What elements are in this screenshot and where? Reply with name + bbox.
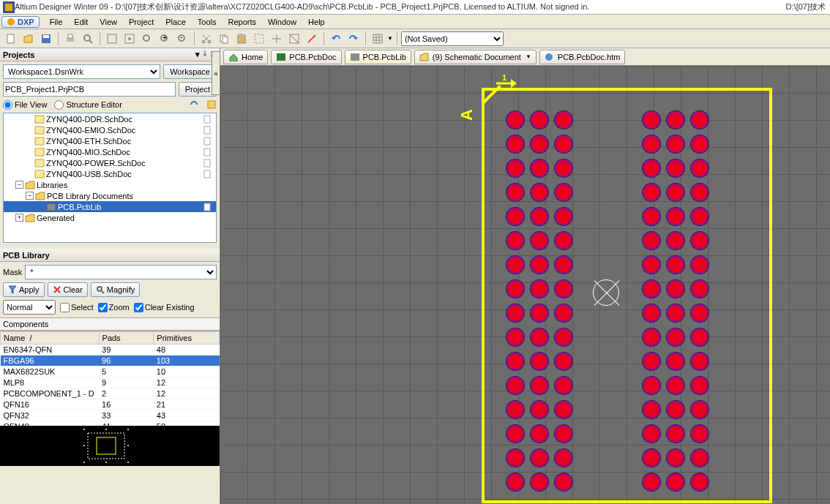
pad[interactable] [506,377,524,394]
pad[interactable] [555,184,572,201]
pad[interactable] [506,135,524,153]
pad[interactable] [506,353,524,370]
pad[interactable] [555,425,572,443]
pad[interactable] [691,232,709,249]
pad[interactable] [531,304,548,322]
pad[interactable] [667,159,684,177]
pad[interactable] [691,473,709,491]
save-button[interactable] [38,31,54,47]
pad[interactable] [691,256,709,274]
pad[interactable] [667,449,684,467]
pad[interactable] [691,184,709,201]
pad[interactable] [555,111,572,129]
pad[interactable] [667,377,684,394]
settings-icon[interactable] [206,99,217,110]
grid-button[interactable] [370,31,386,47]
pad[interactable] [531,184,548,201]
table-row[interactable]: PCBCOMPONENT_1 - D212 [1,388,220,399]
pad[interactable] [667,328,684,346]
save-profile-dropdown[interactable]: (Not Saved) [401,31,504,46]
pad[interactable] [643,304,660,322]
pad[interactable] [555,473,572,491]
menu-window[interactable]: Window [262,16,302,28]
pad[interactable] [643,353,660,370]
zoom-checkbox[interactable]: Zoom [98,303,130,312]
refresh-icon[interactable] [189,99,199,110]
pad[interactable] [667,184,684,201]
pad[interactable] [691,401,709,418]
menu-project[interactable]: Project [123,16,160,28]
table-row[interactable]: MAX6822SUK510 [1,366,220,377]
pad[interactable] [555,304,572,322]
pad[interactable] [555,328,572,346]
pad[interactable] [691,111,709,129]
file-view-radio[interactable]: File View [3,100,47,110]
pad[interactable] [506,449,524,467]
zoom-out-button[interactable]: - [174,31,190,47]
pad[interactable] [555,159,572,177]
pad[interactable] [555,135,572,153]
tree-item[interactable]: ZYNQ400-EMIO.SchDoc [4,124,216,135]
pad[interactable] [643,449,660,467]
zoom-area-button[interactable] [104,31,120,47]
tree-item[interactable]: ZYNQ400-MIO.SchDoc [4,146,216,157]
pcb-canvas[interactable]: 1 A [220,66,830,504]
pad[interactable] [667,111,684,129]
tree-item[interactable]: ZYNQ400-USB.SchDoc [4,168,216,179]
tab-schematic-group[interactable]: (9) Schematic Document▼ [414,50,536,64]
pad[interactable] [667,353,684,370]
pad[interactable] [531,473,548,491]
zoom-in-button[interactable]: + [157,31,173,47]
pad[interactable] [531,425,548,443]
pad[interactable] [531,280,548,298]
pad[interactable] [531,328,548,346]
expand-icon[interactable]: + [15,214,23,222]
pad[interactable] [691,449,709,467]
pad[interactable] [531,159,548,177]
pad[interactable] [691,135,709,153]
pad[interactable] [531,208,548,225]
components-table[interactable]: Name / Pads Primitives EN6347-QFN3948FBG… [0,331,220,426]
col-pads[interactable]: Pads [99,332,154,345]
pad[interactable] [667,208,684,225]
open-button[interactable] [20,31,37,47]
pad[interactable] [691,377,709,394]
pad[interactable] [531,232,548,249]
workspace-button[interactable]: Workspace [163,64,217,79]
pad[interactable] [667,304,684,322]
pad[interactable] [667,425,684,443]
pad[interactable] [555,208,572,225]
zoom-fit-button[interactable] [121,31,138,47]
paste-button[interactable] [233,31,250,47]
tree-item[interactable]: ZYNQ400-POWER.SchDoc [4,157,216,168]
table-row[interactable]: FBGA9696103 [1,356,220,366]
pad[interactable] [506,184,524,201]
pad[interactable] [506,304,524,322]
redo-button[interactable] [345,31,362,47]
pad[interactable] [555,353,572,370]
pad[interactable] [531,256,548,274]
pad[interactable] [691,280,709,298]
pad[interactable] [643,208,660,225]
structure-editor-radio[interactable]: Structure Editor [54,100,121,110]
pad[interactable] [643,232,660,249]
clear-existing-checkbox[interactable]: Clear Existing [134,303,195,312]
pad[interactable] [667,256,684,274]
panel-dropdown-icon[interactable]: ▾ [195,50,200,59]
pad[interactable] [691,159,709,177]
panel-collapse-handle[interactable]: « [212,51,220,95]
copy-button[interactable] [216,31,232,47]
table-row[interactable]: QFN161621 [1,399,220,410]
pad[interactable] [506,159,524,177]
tree-pcblib-file[interactable]: PCB.PcbLib [4,201,216,212]
pad[interactable] [691,425,709,443]
pad[interactable] [506,328,524,346]
clear-button[interactable] [304,31,320,47]
pad[interactable] [667,135,684,153]
pad[interactable] [643,135,660,153]
pad[interactable] [643,425,660,443]
tree-libraries[interactable]: −Libraries [4,179,216,190]
table-row[interactable]: QFN323343 [1,410,220,421]
pad[interactable] [643,184,660,201]
pad[interactable] [643,377,660,394]
